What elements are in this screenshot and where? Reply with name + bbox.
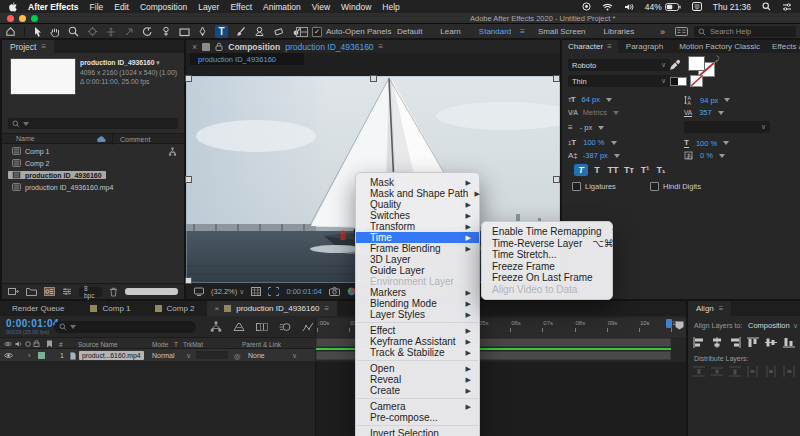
panel-menu-icon[interactable]: ≡ [41, 42, 46, 51]
layer-row[interactable]: › 1 product...6160.mp4 Normal ∨ ◎ None ∨ [0, 349, 315, 362]
tab-effects-presets[interactable]: Effects & Pre [768, 42, 800, 51]
column-parent-link[interactable]: Parent & Link [242, 341, 281, 348]
composition-tab[interactable]: production ID_4936160 [190, 53, 304, 65]
context-menu-item[interactable]: Environment Layer ▶ [356, 276, 479, 287]
trash-icon[interactable] [109, 287, 118, 297]
menubar-item[interactable]: Animation [263, 2, 301, 12]
context-menu-item[interactable]: Layer Styles ▶ [356, 309, 479, 320]
input-source-icon[interactable] [692, 2, 702, 11]
workspace-tab-learn[interactable]: Learn [431, 27, 469, 36]
clone-stamp-tool-icon[interactable] [254, 26, 265, 37]
pen-tool-icon[interactable] [198, 26, 207, 37]
new-folder-icon[interactable] [26, 287, 37, 296]
swap-fill-stroke-icon[interactable]: ⤸ [715, 55, 719, 63]
zoom-tool-icon[interactable] [68, 26, 79, 37]
font-style-select[interactable]: Thin∨ [568, 75, 670, 87]
project-item-row[interactable]: production ID_4936160 [2, 169, 184, 181]
search-help-field[interactable]: Search Help [694, 26, 796, 37]
align-bottom-icon[interactable] [783, 337, 795, 348]
layer-mode-value[interactable]: Normal [152, 352, 175, 359]
submenu-item[interactable]: Freeze On Last Frame [482, 272, 612, 284]
context-menu-item[interactable]: Transform ▶ [356, 221, 479, 232]
rotation-tool-icon[interactable] [142, 26, 153, 37]
cloud-column-icon[interactable] [96, 136, 107, 143]
menubar-item[interactable]: View [312, 2, 330, 12]
submenu-item[interactable]: Time-Reverse Layer ⌥⌘R [482, 238, 612, 250]
submenu-item[interactable]: Align Video to Data [482, 284, 612, 296]
leading-value[interactable]: 94 px [700, 96, 718, 105]
font-size-value[interactable]: 64 px [582, 95, 600, 104]
faux-style-button[interactable]: T¹ [638, 164, 652, 176]
context-menu-item[interactable]: Effect ▶ [356, 325, 479, 336]
project-columns-header[interactable]: Name Comment [2, 133, 184, 144]
layer-parent-dropdown-chevron[interactable]: ∨ [292, 352, 297, 360]
context-menu-item[interactable]: ▶ [357, 322, 478, 323]
always-preview-icon[interactable] [194, 287, 204, 296]
menubar-item[interactable]: Edit [114, 2, 129, 12]
context-menu-item[interactable]: Guide Layer ▶ [356, 265, 479, 276]
zoom-window-button[interactable] [31, 15, 38, 22]
stroke-style-select[interactable]: ∨ [684, 121, 770, 133]
tab-motion-factory[interactable]: Motion Factory Classic [671, 42, 768, 51]
selection-handle[interactable] [553, 75, 560, 82]
layer-label-chip[interactable] [38, 352, 45, 359]
menubar-item[interactable]: Window [341, 2, 371, 12]
context-menu-item[interactable]: Mask and Shape Path ▶ [356, 188, 479, 199]
context-menu-item[interactable]: Markers ▶ [356, 287, 479, 298]
vertical-scale-value[interactable]: 100 % [583, 138, 604, 147]
workspace-tab-standard[interactable]: Standard [470, 27, 520, 36]
distribute-left-icon[interactable] [747, 366, 759, 377]
footage-info-name[interactable]: production ID_4936160 [80, 59, 154, 66]
tab-character[interactable]: Character ≡ [562, 40, 618, 53]
hindi-digits-checkbox[interactable] [650, 182, 659, 191]
minimize-window-button[interactable] [19, 15, 26, 22]
horizontal-scale-value[interactable]: 100 % [696, 139, 717, 148]
align-horizontal-center-icon[interactable] [711, 337, 723, 348]
time-navigator-end-handle[interactable] [666, 319, 672, 328]
layer-parent-value[interactable]: None [248, 352, 265, 359]
column-number[interactable]: # [59, 341, 63, 348]
layer-expand-arrow[interactable]: › [28, 351, 31, 360]
apple-menu-icon[interactable] [8, 2, 17, 12]
column-t[interactable]: T [174, 341, 178, 348]
tab-align[interactable]: Align ≡ [688, 301, 731, 316]
fill-over-stroke-swatch[interactable] [670, 77, 687, 86]
composition-mini-flowchart-icon[interactable] [210, 321, 222, 332]
eyedropper-icon[interactable] [670, 59, 681, 71]
parent-pickwhip-icon[interactable]: ◎ [234, 352, 241, 361]
menubar-clock[interactable]: Thu 21:36 [713, 2, 751, 12]
context-menu-item[interactable]: ▶ [357, 425, 478, 426]
faux-style-button[interactable]: Tт [622, 164, 636, 176]
workspace-tab-default[interactable]: Default [388, 27, 431, 36]
battery-indicator[interactable]: 44% [645, 2, 681, 12]
faux-style-button[interactable]: T [574, 164, 588, 176]
context-menu-item[interactable]: Mask ▶ [356, 177, 479, 188]
pan-behind-tool-icon[interactable] [161, 26, 171, 37]
context-menu-item[interactable]: Pre-compose... ▶ [356, 412, 479, 423]
faux-style-button[interactable]: T [590, 164, 604, 176]
selection-handle[interactable] [185, 75, 192, 82]
layer-visibility-eye-icon[interactable] [4, 352, 13, 359]
viewer-timecode[interactable]: 0:00:01:04 [286, 287, 321, 296]
align-top-icon[interactable] [747, 337, 759, 348]
selection-tool-icon[interactable] [33, 26, 42, 37]
workspace-tab-libraries[interactable]: Libraries [595, 27, 644, 36]
home-tool-icon[interactable] [5, 26, 16, 37]
panel-menu-icon[interactable]: ≡ [719, 304, 724, 313]
audio-column-icon[interactable] [15, 341, 22, 347]
project-tab[interactable]: Project ≡ [2, 40, 54, 53]
context-menu-item[interactable]: Keyframe Assistant ▶ [356, 336, 479, 347]
layer-mode-dropdown-chevron[interactable]: ∨ [186, 352, 191, 360]
screen-record-icon[interactable] [582, 2, 591, 11]
ligatures-checkbox[interactable] [572, 182, 581, 191]
brush-tool-icon[interactable] [236, 26, 246, 37]
project-search-field[interactable] [8, 118, 178, 129]
context-menu-item[interactable]: Invert Selection ▶ [356, 428, 479, 436]
submenu-item[interactable]: Time Stretch... [482, 249, 612, 261]
menubar-item[interactable]: Effect [230, 2, 252, 12]
workspace-overflow-chevrons[interactable]: » [660, 27, 665, 37]
distribute-bottom-icon[interactable] [729, 366, 741, 377]
context-menu-item[interactable]: ▶ [357, 398, 478, 399]
tracking-value[interactable]: 357 [699, 108, 712, 117]
type-tool-icon[interactable]: T [215, 25, 228, 38]
